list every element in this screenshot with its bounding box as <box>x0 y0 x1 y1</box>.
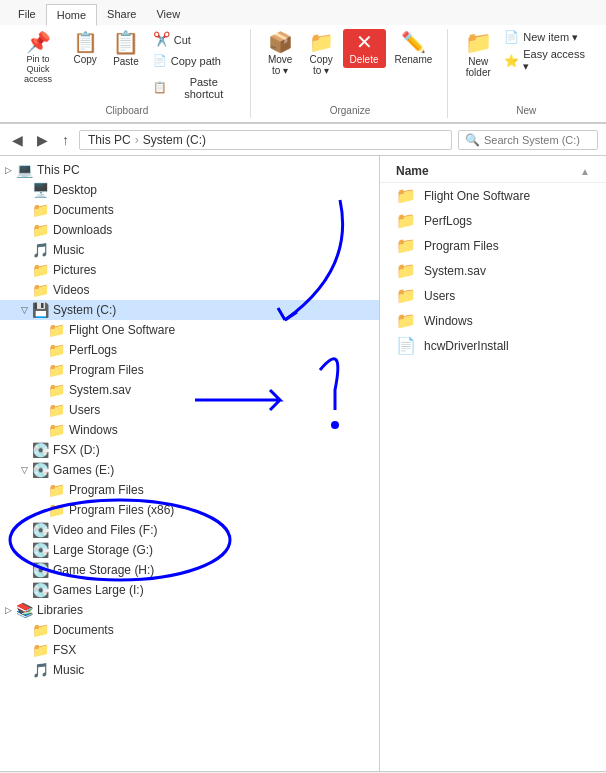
copy-to-icon: 📁 <box>309 32 334 52</box>
tree-icon-users: 📁 <box>48 402 65 418</box>
tree-toggle-libraries[interactable]: ▷ <box>0 605 16 615</box>
tree-toggle-games-e[interactable]: ▽ <box>16 465 32 475</box>
tree-icon-lib-fsx: 📁 <box>32 642 49 658</box>
rename-icon: ✏️ <box>401 32 426 52</box>
sidebar-item-program-files[interactable]: 📁 Program Files <box>0 360 379 380</box>
sidebar-item-games-e[interactable]: ▽ 💽 Games (E:) <box>0 460 379 480</box>
new-item-label: New item ▾ <box>523 31 578 44</box>
paste-icon: 📋 <box>112 32 139 54</box>
tree-toggle-system-c[interactable]: ▽ <box>16 305 32 315</box>
back-button[interactable]: ◀ <box>8 130 27 150</box>
tab-share[interactable]: Share <box>97 4 146 25</box>
tree-icon-program-files-x86: 📁 <box>48 502 65 518</box>
sidebar-item-pictures[interactable]: 📁 Pictures <box>0 260 379 280</box>
sidebar-item-flight-one[interactable]: 📁 Flight One Software <box>0 320 379 340</box>
tree-icon-games-large: 💽 <box>32 582 49 598</box>
tree-toggle-this-pc[interactable]: ▷ <box>0 165 16 175</box>
file-label: Users <box>424 289 455 303</box>
tree-label-desktop: Desktop <box>53 183 97 197</box>
tab-home[interactable]: Home <box>46 4 97 26</box>
file-item-system.sav[interactable]: 📁 System.sav <box>380 258 606 283</box>
file-item-hcwdriverinstall[interactable]: 📄 hcwDriverInstall <box>380 333 606 358</box>
sidebar-item-fsx-d[interactable]: 💽 FSX (D:) <box>0 440 379 460</box>
new-folder-button[interactable]: 📁 Newfolder <box>458 29 498 81</box>
tree-icon-large-storage: 💽 <box>32 542 49 558</box>
sidebar-item-this-pc[interactable]: ▷ 💻 This PC <box>0 160 379 180</box>
ribbon: File Home Share View 📌 Pin to Quick acce… <box>0 0 606 124</box>
sidebar-item-program-files-x86[interactable]: 📁 Program Files (x86) <box>0 500 379 520</box>
file-label: PerfLogs <box>424 214 472 228</box>
tree-label-perflogs: PerfLogs <box>69 343 117 357</box>
sidebar-item-system-sav[interactable]: 📁 System.sav <box>0 380 379 400</box>
pin-button[interactable]: 📌 Pin to Quick access <box>12 29 64 87</box>
tree-icon-windows: 📁 <box>48 422 65 438</box>
rename-button[interactable]: ✏️ Rename <box>388 29 440 68</box>
copy-path-button[interactable]: 📄 Copy path <box>148 50 242 70</box>
sidebar: ▷ 💻 This PC 🖥️ Desktop 📁 Documents 📁 Dow… <box>0 156 380 771</box>
copy-to-label: Copyto ▾ <box>309 54 332 76</box>
column-header: Name ▲ <box>380 160 606 183</box>
paste-button[interactable]: 📋 Paste <box>106 29 146 70</box>
file-item-flight-one-software[interactable]: 📁 Flight One Software <box>380 183 606 208</box>
tree-icon-music: 🎵 <box>32 242 49 258</box>
file-icon: 📁 <box>396 286 416 305</box>
file-item-users[interactable]: 📁 Users <box>380 283 606 308</box>
forward-button[interactable]: ▶ <box>33 130 52 150</box>
sidebar-item-lib-fsx[interactable]: 📁 FSX <box>0 640 379 660</box>
copy-to-button[interactable]: 📁 Copyto ▾ <box>302 29 341 79</box>
file-item-windows[interactable]: 📁 Windows <box>380 308 606 333</box>
move-to-button[interactable]: 📦 Moveto ▾ <box>261 29 300 79</box>
breadcrumb[interactable]: This PC › System (C:) <box>79 130 452 150</box>
file-item-program-files[interactable]: 📁 Program Files <box>380 233 606 258</box>
easy-access-label: Easy access ▾ <box>523 48 590 73</box>
tree-icon-system-sav: 📁 <box>48 382 65 398</box>
breadcrumb-system-c[interactable]: System (C:) <box>143 133 206 147</box>
delete-button[interactable]: ✕ Delete <box>343 29 386 68</box>
new-folder-label: Newfolder <box>466 56 491 78</box>
sidebar-item-game-storage[interactable]: 💽 Game Storage (H:) <box>0 560 379 580</box>
sidebar-item-users[interactable]: 📁 Users <box>0 400 379 420</box>
sidebar-item-lib-documents[interactable]: 📁 Documents <box>0 620 379 640</box>
new-items: 📁 Newfolder 📄 New item ▾ ⭐ Easy access ▾ <box>458 29 594 103</box>
sidebar-item-libraries[interactable]: ▷ 📚 Libraries <box>0 600 379 620</box>
sidebar-item-perflogs[interactable]: 📁 PerfLogs <box>0 340 379 360</box>
search-input[interactable] <box>484 134 584 146</box>
tree-icon-desktop: 🖥️ <box>32 182 49 198</box>
sidebar-item-games-large[interactable]: 💽 Games Large (I:) <box>0 580 379 600</box>
sidebar-item-videos[interactable]: 📁 Videos <box>0 280 379 300</box>
sidebar-item-downloads[interactable]: 📁 Downloads <box>0 220 379 240</box>
sidebar-item-system-c[interactable]: ▽ 💾 System (C:) <box>0 300 379 320</box>
breadcrumb-this-pc[interactable]: This PC <box>88 133 131 147</box>
new-item-button[interactable]: 📄 New item ▾ <box>500 29 594 45</box>
tree-icon-program-files: 📁 <box>48 362 65 378</box>
move-to-label: Moveto ▾ <box>268 54 292 76</box>
sidebar-item-lib-music[interactable]: 🎵 Music <box>0 660 379 680</box>
sidebar-item-large-storage[interactable]: 💽 Large Storage (G:) <box>0 540 379 560</box>
cut-button[interactable]: ✂️ Cut <box>148 29 242 49</box>
tree-label-windows: Windows <box>69 423 118 437</box>
address-bar: ◀ ▶ ↑ This PC › System (C:) 🔍 <box>0 124 606 156</box>
sidebar-item-music[interactable]: 🎵 Music <box>0 240 379 260</box>
tab-file[interactable]: File <box>8 4 46 25</box>
file-item-perflogs[interactable]: 📁 PerfLogs <box>380 208 606 233</box>
tree-label-program-files-e: Program Files <box>69 483 144 497</box>
sidebar-item-documents[interactable]: 📁 Documents <box>0 200 379 220</box>
tree-label-game-storage: Game Storage (H:) <box>53 563 154 577</box>
tree-icon-libraries: 📚 <box>16 602 33 618</box>
tree-label-pictures: Pictures <box>53 263 96 277</box>
up-button[interactable]: ↑ <box>58 130 73 150</box>
copy-path-label: Copy path <box>171 55 221 67</box>
sidebar-item-video-and-files[interactable]: 💽 Video and Files (F:) <box>0 520 379 540</box>
sidebar-item-windows[interactable]: 📁 Windows <box>0 420 379 440</box>
tree-label-large-storage: Large Storage (G:) <box>53 543 153 557</box>
file-icon: 📁 <box>396 186 416 205</box>
paste-shortcut-button[interactable]: 📋 Paste shortcut <box>148 71 242 103</box>
sidebar-item-program-files-e[interactable]: 📁 Program Files <box>0 480 379 500</box>
copy-button[interactable]: 📋 Copy <box>66 29 104 68</box>
sidebar-item-desktop[interactable]: 🖥️ Desktop <box>0 180 379 200</box>
tree-icon-perflogs: 📁 <box>48 342 65 358</box>
new-label: New <box>516 103 536 118</box>
easy-access-button[interactable]: ⭐ Easy access ▾ <box>500 47 594 74</box>
tree-label-flight-one: Flight One Software <box>69 323 175 337</box>
tab-view[interactable]: View <box>146 4 190 25</box>
